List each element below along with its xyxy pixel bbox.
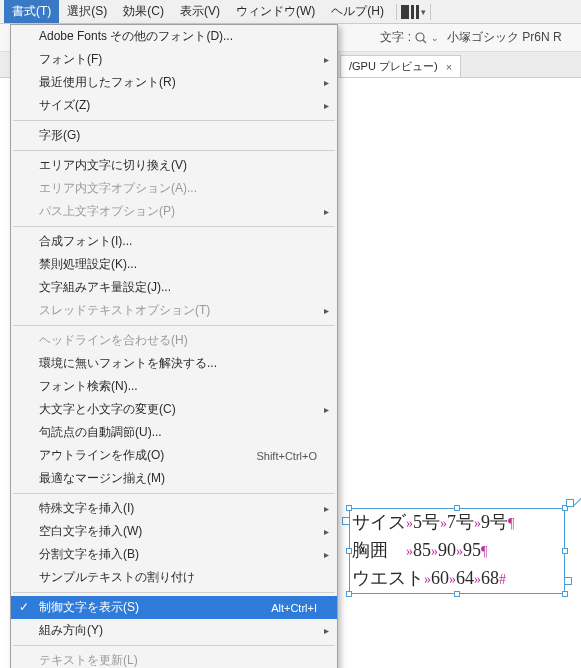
handle[interactable] [346,505,352,511]
menu-item-label: パス上文字オプション(P) [39,203,317,220]
handle[interactable] [346,548,352,554]
menu-item[interactable]: フォント検索(N)... [11,375,337,398]
menu-item[interactable]: 禁則処理設定(K)... [11,253,337,276]
menu-item[interactable]: アウトラインを作成(O)Shift+Ctrl+O [11,444,337,467]
menu-item[interactable]: 最近使用したフォント(R)▸ [11,71,337,94]
menu-item-label: サイズ(Z) [39,97,317,114]
submenu-arrow-icon: ▸ [324,549,329,560]
menu-item[interactable]: サンプルテキストの割り付け [11,566,337,589]
menu-item-label: 合成フォント(I)... [39,233,317,250]
menu-item-label: 最適なマージン揃え(M) [39,470,317,487]
document-tab[interactable]: /GPU プレビュー) × [340,55,461,77]
menu-item-label: 空白文字を挿入(W) [39,523,317,540]
menu-item[interactable]: Adobe Fonts その他のフォント(D)... [11,25,337,48]
menu-separator [13,645,335,646]
menu-item-label: 字形(G) [39,127,317,144]
layout-icon[interactable] [401,5,419,19]
menu-type[interactable]: 書式(T) [4,0,59,23]
menu-item-label: 組み方向(Y) [39,622,317,639]
menu-item-label: 分割文字を挿入(B) [39,546,317,563]
menu-item-label: 特殊文字を挿入(I) [39,500,317,517]
menu-item: ヘッドラインを合わせる(H) [11,329,337,352]
handle[interactable] [454,505,460,511]
separator [396,4,397,20]
submenu-arrow-icon: ▸ [324,404,329,415]
menu-item[interactable]: 最適なマージン揃え(M) [11,467,337,490]
close-icon[interactable]: × [446,61,452,73]
submenu-arrow-icon: ▸ [324,503,329,514]
menu-item-label: テキストを更新(L) [39,652,317,668]
text-line: サイズ»5号»7号»9号¶ [352,509,562,537]
anchor-handle[interactable] [566,499,574,507]
svg-line-4 [423,40,426,43]
menu-item[interactable]: 句読点の自動調節(U)... [11,421,337,444]
menu-item-label: 禁則処理設定(K)... [39,256,317,273]
menu-separator [13,150,335,151]
menu-item-label: フォント検索(N)... [39,378,317,395]
menu-item-label: 文字組みアキ量設定(J)... [39,279,317,296]
menu-help[interactable]: ヘルプ(H) [323,0,392,23]
in-port[interactable] [342,517,350,525]
handle[interactable] [562,548,568,554]
menu-shortcut: Shift+Ctrl+O [256,450,317,462]
menu-separator [13,325,335,326]
menu-item-label: アウトラインを作成(O) [39,447,256,464]
menu-item: パス上文字オプション(P)▸ [11,200,337,223]
menu-item: エリア内文字オプション(A)... [11,177,337,200]
out-port[interactable] [564,577,572,585]
type-menu-dropdown: Adobe Fonts その他のフォント(D)...フォント(F)▸最近使用した… [10,24,338,668]
char-label: 文字 : [380,29,411,46]
text-line: 胸囲 »85»90»95¶ [352,537,562,565]
menu-item[interactable]: エリア内文字に切り換え(V) [11,154,337,177]
handle[interactable] [562,591,568,597]
menu-item[interactable]: 文字組みアキ量設定(J)... [11,276,337,299]
menu-separator [13,226,335,227]
menu-item[interactable]: 特殊文字を挿入(I)▸ [11,497,337,520]
handle[interactable] [454,591,460,597]
menu-separator [13,592,335,593]
menu-effect[interactable]: 効果(C) [115,0,172,23]
menu-item[interactable]: 字形(G) [11,124,337,147]
menu-view[interactable]: 表示(V) [172,0,228,23]
submenu-arrow-icon: ▸ [324,305,329,316]
menu-item[interactable]: 合成フォント(I)... [11,230,337,253]
menu-item[interactable]: 環境に無いフォントを解決する... [11,352,337,375]
svg-rect-2 [416,5,419,19]
menubar: 書式(T) 選択(S) 効果(C) 表示(V) ウィンドウ(W) ヘルプ(H) … [0,0,581,24]
chevron-down-icon[interactable]: ▾ [421,7,426,17]
menu-item[interactable]: 空白文字を挿入(W)▸ [11,520,337,543]
submenu-arrow-icon: ▸ [324,206,329,217]
menu-shortcut: Alt+Ctrl+I [271,602,317,614]
menu-item-label: フォント(F) [39,51,317,68]
font-name-field[interactable]: 小塚ゴシック Pr6N R [443,27,573,48]
menu-item[interactable]: フォント(F)▸ [11,48,337,71]
chevron-down-icon[interactable]: ⌄ [431,33,439,43]
search-icon[interactable] [415,32,427,44]
menu-item-label: ヘッドラインを合わせる(H) [39,332,317,349]
menu-item-label: エリア内文字に切り換え(V) [39,157,317,174]
text-line: ウエスト»60»64»68# [352,565,562,593]
check-icon: ✓ [19,600,29,614]
separator [430,4,431,20]
submenu-arrow-icon: ▸ [324,100,329,111]
menu-item-label: 制御文字を表示(S) [39,599,271,616]
menu-window[interactable]: ウィンドウ(W) [228,0,323,23]
menu-item[interactable]: サイズ(Z)▸ [11,94,337,117]
submenu-arrow-icon: ▸ [324,526,329,537]
svg-point-3 [416,33,424,41]
menu-item-label: サンプルテキストの割り付け [39,569,317,586]
menu-item[interactable]: 組み方向(Y)▸ [11,619,337,642]
menu-item[interactable]: ✓制御文字を表示(S)Alt+Ctrl+I [11,596,337,619]
text-frame[interactable]: サイズ»5号»7号»9号¶胸囲 »85»90»95¶ウエスト»60»64»68# [349,508,565,594]
submenu-arrow-icon: ▸ [324,54,329,65]
menu-item-label: Adobe Fonts その他のフォント(D)... [39,28,317,45]
menu-item-label: 大文字と小文字の変更(C) [39,401,317,418]
menu-item-label: スレッドテキストオプション(T) [39,302,317,319]
menu-item[interactable]: 分割文字を挿入(B)▸ [11,543,337,566]
menu-select[interactable]: 選択(S) [59,0,115,23]
menu-separator [13,493,335,494]
handle[interactable] [346,591,352,597]
menu-item[interactable]: 大文字と小文字の変更(C)▸ [11,398,337,421]
submenu-arrow-icon: ▸ [324,77,329,88]
menu-item: スレッドテキストオプション(T)▸ [11,299,337,322]
